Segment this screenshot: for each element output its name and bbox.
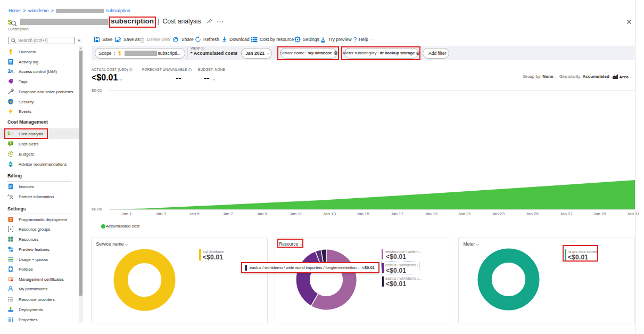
svg-text:A: A bbox=[7, 194, 10, 197]
svg-text:$: $ bbox=[10, 152, 12, 156]
